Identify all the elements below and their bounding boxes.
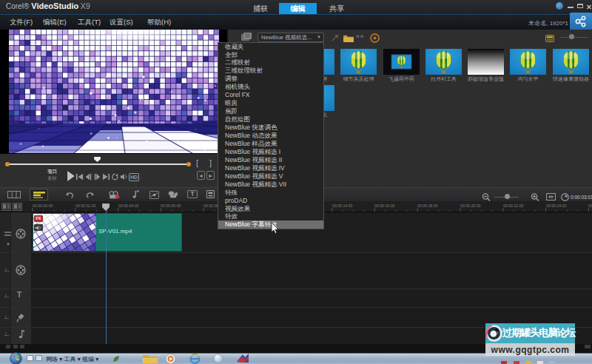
svg-text:00:00:22:00: 00:00:22:00 (503, 203, 524, 208)
svg-text:00:00:02:00: 00:00:02:00 (75, 203, 96, 208)
svg-text:00:00:04:00: 00:00:04:00 (118, 203, 139, 208)
svg-text:00:00:18:00: 00:00:18:00 (417, 203, 438, 208)
svg-text:00:00:06:00: 00:00:06:00 (161, 203, 181, 208)
svg-text:00:00:20:00: 00:00:20:00 (460, 203, 481, 208)
svg-text:00:00:26:00: 00:00:26:00 (588, 203, 592, 208)
svg-text:T: T (190, 190, 195, 198)
svg-text:00:00:24:00: 00:00:24:00 (546, 203, 567, 208)
svg-text:00:00:16:00: 00:00:16:00 (374, 203, 395, 208)
svg-text:00:00:14:00: 00:00:14:00 (332, 203, 353, 208)
svg-text:00:00:00:00: 00:00:00:00 (33, 203, 53, 208)
